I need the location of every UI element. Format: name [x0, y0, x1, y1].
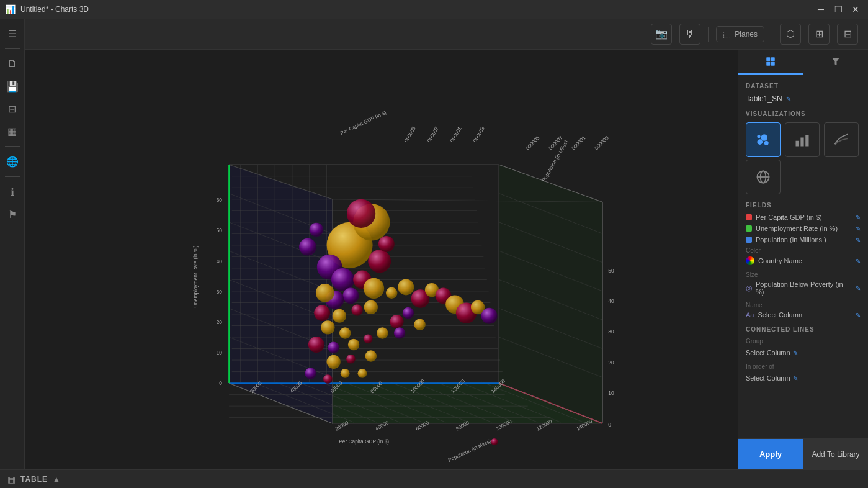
restore-button[interactable]: ❐	[831, 2, 846, 17]
field-dot-unemployment	[746, 225, 752, 232]
chart-area[interactable]: 0 10 20 30 40 50 60 0 10 20 30 40 50 200…	[25, 50, 738, 469]
field-item-population: Population (in Millions ) ✎	[746, 236, 861, 243]
close-button[interactable]: ✕	[848, 2, 863, 17]
sidebar-item-feedback[interactable]: ⚑	[2, 204, 22, 224]
group-select[interactable]: Select Column ✎	[746, 347, 861, 358]
bar3d-icon	[794, 131, 811, 148]
order-edit-icon[interactable]: ✎	[793, 375, 798, 382]
panel-footer: Apply Add To Library	[738, 438, 868, 469]
svg-point-158	[757, 135, 760, 138]
titlebar-controls: ─ ❐ ✕	[813, 2, 863, 17]
viz-bar3d[interactable]	[785, 122, 820, 157]
svg-rect-161	[805, 135, 808, 147]
svg-marker-2	[499, 165, 602, 423]
svg-point-155	[757, 139, 763, 145]
sidebar-item-table-view[interactable]: ⊟	[2, 99, 22, 119]
svg-point-149	[316, 284, 334, 302]
left-sidebar: ☰ 🗋 💾 ⊟ ▦ 🌐 ℹ ⚑	[0, 19, 25, 469]
chart-settings-icon	[765, 56, 776, 67]
svg-text:000003: 000003	[593, 134, 610, 151]
color-value-text: Country Name	[758, 257, 852, 264]
order-select[interactable]: Select Column ✎	[746, 373, 861, 384]
minimize-button[interactable]: ─	[813, 2, 828, 17]
sidebar-item-info[interactable]: ℹ	[2, 182, 22, 202]
field-name-gdp: Per Capita GDP (in $)	[756, 214, 852, 221]
svg-text:Unemployment Rate (in %): Unemployment Rate (in %)	[192, 246, 199, 308]
svg-point-120	[386, 287, 398, 299]
name-label: Name	[746, 302, 861, 309]
svg-text:000007: 000007	[426, 125, 440, 143]
svg-point-131	[321, 320, 334, 334]
add-to-library-button[interactable]: Add To Library	[803, 439, 868, 469]
sidebar-item-pages[interactable]: 🗋	[2, 54, 22, 74]
svg-rect-152	[771, 57, 775, 61]
planes-button[interactable]: ⬚ Planes	[716, 26, 764, 42]
name-row: Name Aa Select Column ✎	[746, 302, 861, 319]
svg-point-130	[390, 315, 403, 328]
size-edit-icon[interactable]: ✎	[856, 285, 861, 292]
viz-bubble3d[interactable]	[746, 122, 781, 157]
group-edit-icon[interactable]: ✎	[793, 350, 798, 356]
fields-section-title: FIELDS	[746, 202, 861, 209]
add-cube-button[interactable]: ⬡	[780, 24, 801, 45]
svg-point-148	[310, 223, 323, 237]
grid-view-2-button[interactable]: ⊟	[837, 24, 858, 45]
svg-point-150	[491, 438, 498, 445]
svg-rect-154	[771, 62, 775, 66]
apply-button[interactable]: Apply	[738, 439, 803, 469]
camera-button[interactable]: 📷	[651, 24, 672, 45]
sidebar-item-menu[interactable]: ☰	[2, 24, 22, 43]
svg-text:000005: 000005	[524, 134, 541, 151]
record-button[interactable]: 🎙	[679, 24, 700, 45]
svg-text:40: 40	[608, 298, 614, 304]
grid-view-1-button[interactable]: ⊞	[808, 24, 830, 45]
svg-point-139	[414, 319, 426, 330]
dataset-section-title: DATASET	[746, 83, 861, 89]
svg-text:20: 20	[217, 319, 223, 325]
color-row: Color Country Name ✎	[746, 247, 861, 265]
titlebar: 📊 Untitled* - Charts 3D ─ ❐ ✕	[0, 0, 868, 19]
svg-point-112	[378, 236, 395, 252]
svg-point-146	[358, 369, 367, 378]
visualizations-grid	[746, 122, 861, 194]
svg-point-128	[481, 308, 498, 324]
svg-point-142	[365, 350, 377, 362]
svg-point-121	[398, 279, 414, 295]
field-dot-population	[746, 237, 752, 243]
chevron-up-icon[interactable]: ▲	[53, 475, 60, 484]
toolbar: 📷 🎙 ⬚ Planes ⬡ ⊞ ⊟	[25, 19, 868, 50]
planes-icon: ⬚	[723, 29, 731, 39]
svg-point-133	[308, 337, 324, 353]
tab-chart-settings[interactable]	[738, 50, 803, 75]
visualizations-section-title: VISUALIZATIONS	[746, 111, 861, 117]
panel-tabs	[738, 50, 868, 75]
dataset-name: Table1_SN	[746, 94, 782, 103]
app-icon: 📊	[5, 4, 16, 14]
field-edit-gdp[interactable]: ✎	[856, 214, 861, 221]
bottom-bar: ▦ TABLE ▲	[0, 469, 868, 488]
svg-point-129	[403, 307, 414, 319]
titlebar-title: Untitled* - Charts 3D	[20, 5, 89, 14]
dataset-edit-icon[interactable]: ✎	[786, 96, 791, 102]
color-edit-icon[interactable]: ✎	[856, 258, 861, 264]
svg-text:Per Capita GDP (in $): Per Capita GDP (in $)	[339, 438, 389, 445]
svg-point-156	[764, 141, 769, 145]
sidebar-item-globe[interactable]: 🌐	[2, 151, 22, 171]
line3d-icon	[833, 131, 850, 148]
field-edit-population[interactable]: ✎	[856, 237, 861, 243]
svg-rect-151	[767, 57, 771, 61]
svg-point-145	[341, 369, 350, 378]
viz-globe[interactable]	[746, 160, 781, 194]
sidebar-item-save[interactable]: 💾	[2, 76, 22, 96]
name-edit-icon[interactable]: ✎	[856, 312, 861, 319]
color-label: Color	[746, 247, 861, 254]
size-icon: ◎	[746, 284, 752, 292]
tab-filter[interactable]	[803, 50, 869, 75]
sidebar-divider-1	[5, 48, 20, 49]
right-panel: DATASET Table1_SN ✎ VISUALIZATIONS	[738, 50, 868, 469]
sidebar-item-chart[interactable]: ▦	[2, 121, 22, 141]
viz-line3d[interactable]	[824, 122, 859, 157]
filter-icon	[830, 56, 841, 67]
svg-point-116	[314, 305, 330, 321]
field-edit-unemployment[interactable]: ✎	[856, 225, 861, 232]
